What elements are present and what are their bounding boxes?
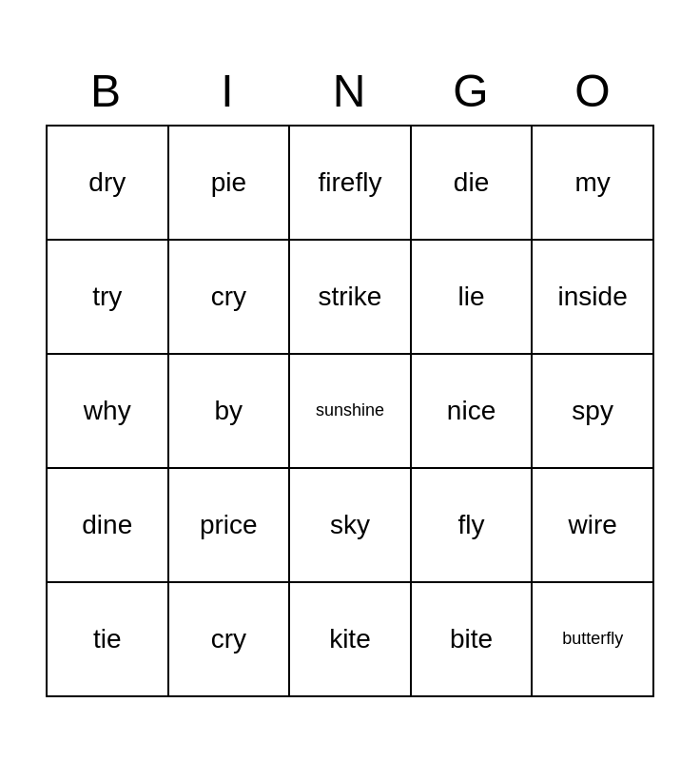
bingo-cell[interactable]: lie: [411, 240, 533, 354]
bingo-row: dinepriceskyflywire: [47, 468, 653, 582]
bingo-header-letter: O: [533, 65, 654, 117]
bingo-cell[interactable]: strike: [289, 240, 411, 354]
bingo-row: trycrystrikelieinside: [47, 240, 653, 354]
bingo-cell[interactable]: dry: [47, 126, 168, 240]
bingo-cell[interactable]: spy: [532, 354, 653, 468]
bingo-header-letter: I: [167, 65, 289, 117]
bingo-cell[interactable]: pie: [168, 126, 290, 240]
bingo-cell[interactable]: wire: [532, 468, 653, 582]
bingo-header: BINGO: [46, 65, 654, 117]
bingo-card: BINGO drypiefireflydiemytrycrystrikeliei…: [27, 46, 673, 716]
bingo-cell[interactable]: die: [411, 126, 533, 240]
bingo-cell[interactable]: nice: [411, 354, 533, 468]
bingo-cell[interactable]: why: [47, 354, 168, 468]
bingo-cell[interactable]: bite: [411, 582, 533, 696]
bingo-cell[interactable]: inside: [532, 240, 653, 354]
bingo-cell[interactable]: fly: [411, 468, 533, 582]
bingo-row: drypiefireflydiemy: [47, 126, 653, 240]
bingo-header-letter: B: [46, 65, 167, 117]
bingo-header-letter: N: [289, 65, 411, 117]
bingo-cell[interactable]: sky: [289, 468, 411, 582]
bingo-cell[interactable]: dine: [47, 468, 168, 582]
bingo-row: whybysunshinenicespy: [47, 354, 653, 468]
bingo-cell[interactable]: by: [168, 354, 290, 468]
bingo-cell[interactable]: tie: [47, 582, 168, 696]
bingo-row: tiecrykitebitebutterfly: [47, 582, 653, 696]
bingo-grid: drypiefireflydiemytrycrystrikelieinsidew…: [46, 125, 654, 697]
bingo-cell[interactable]: price: [168, 468, 290, 582]
bingo-cell[interactable]: try: [47, 240, 168, 354]
bingo-cell[interactable]: cry: [168, 582, 290, 696]
bingo-cell[interactable]: my: [532, 126, 653, 240]
bingo-header-letter: G: [411, 65, 533, 117]
bingo-cell[interactable]: firefly: [289, 126, 411, 240]
bingo-cell[interactable]: cry: [168, 240, 290, 354]
bingo-cell[interactable]: kite: [289, 582, 411, 696]
bingo-cell[interactable]: butterfly: [532, 582, 653, 696]
bingo-cell[interactable]: sunshine: [289, 354, 411, 468]
